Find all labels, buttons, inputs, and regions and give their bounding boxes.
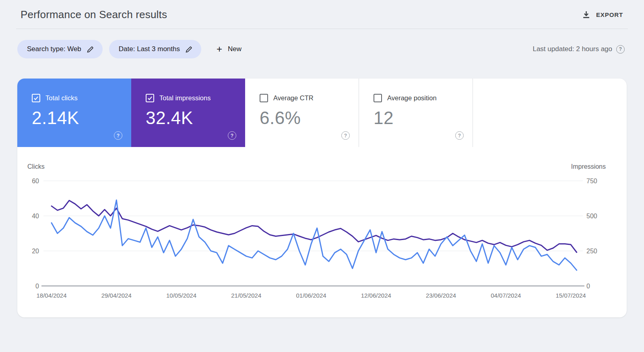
svg-text:500: 500 [586, 213, 597, 219]
metric-value: 2.14K [32, 108, 131, 128]
performance-chart[interactable]: 00202504050060750ClicksImpressions18/04/… [17, 159, 627, 316]
metric-value: 32.4K [146, 108, 245, 128]
svg-text:15/07/2024: 15/07/2024 [556, 292, 586, 299]
svg-text:29/04/2024: 29/04/2024 [101, 292, 132, 299]
svg-text:0: 0 [586, 283, 590, 290]
pencil-icon [87, 46, 94, 53]
search-type-chip-label: Search type: Web [27, 45, 81, 53]
metric-card-total-clicks[interactable]: Total clicks 2.14K ? [17, 79, 131, 147]
search-type-chip[interactable]: Search type: Web [17, 40, 103, 58]
metric-cards: Total clicks 2.14K ? Total impressions 3… [17, 79, 627, 147]
checkbox-unchecked-icon[interactable] [374, 94, 382, 102]
export-button[interactable]: EXPORT [580, 8, 625, 21]
checkbox-checked-icon[interactable] [146, 94, 154, 102]
new-filter-button[interactable]: + New [212, 41, 246, 57]
date-range-chip-label: Date: Last 3 months [119, 45, 180, 53]
svg-text:01/06/2024: 01/06/2024 [296, 292, 326, 299]
last-updated-text: Last updated: 2 hours ago [533, 45, 612, 53]
checkbox-unchecked-icon[interactable] [260, 94, 268, 102]
svg-text:23/06/2024: 23/06/2024 [426, 292, 456, 299]
performance-panel: Total clicks 2.14K ? Total impressions 3… [17, 79, 627, 317]
svg-text:04/07/2024: 04/07/2024 [491, 292, 521, 299]
filter-row: Search type: Web Date: Last 3 months + N… [0, 29, 644, 58]
svg-text:250: 250 [586, 248, 597, 255]
svg-text:Impressions: Impressions [571, 163, 606, 170]
download-icon [582, 10, 590, 19]
svg-text:10/05/2024: 10/05/2024 [166, 292, 196, 299]
line-chart-svg[interactable]: 00202504050060750ClicksImpressions18/04/… [17, 159, 627, 316]
help-icon[interactable]: ? [616, 45, 625, 54]
help-icon[interactable]: ? [114, 131, 122, 140]
svg-text:20: 20 [32, 248, 39, 255]
plus-icon: + [217, 44, 222, 54]
svg-text:0: 0 [35, 283, 39, 290]
export-label: EXPORT [596, 11, 623, 18]
svg-text:21/05/2024: 21/05/2024 [231, 292, 261, 299]
metric-label: Total impressions [159, 94, 211, 102]
page-title: Performance on Search results [21, 8, 167, 21]
svg-text:12/06/2024: 12/06/2024 [361, 292, 391, 299]
svg-text:Clicks: Clicks [27, 163, 45, 170]
svg-text:750: 750 [586, 178, 597, 184]
metric-card-average-position[interactable]: Average position 12 ? [359, 79, 473, 147]
last-updated: Last updated: 2 hours ago ? [533, 45, 625, 54]
checkbox-checked-icon[interactable] [32, 94, 40, 102]
help-icon[interactable]: ? [341, 131, 350, 140]
metric-label: Average CTR [273, 94, 314, 102]
new-filter-label: New [228, 45, 242, 53]
pencil-icon [186, 46, 192, 53]
metric-value: 12 [374, 108, 473, 128]
top-bar: Performance on Search results EXPORT [0, 0, 644, 29]
metric-label: Total clicks [45, 94, 78, 102]
date-range-chip[interactable]: Date: Last 3 months [109, 40, 201, 58]
svg-text:40: 40 [32, 213, 39, 219]
metric-label: Average position [387, 94, 437, 102]
svg-text:60: 60 [32, 178, 39, 184]
metric-card-average-ctr[interactable]: Average CTR 6.6% ? [245, 79, 359, 147]
help-icon[interactable]: ? [228, 131, 236, 140]
help-icon[interactable]: ? [455, 131, 464, 140]
metric-card-total-impressions[interactable]: Total impressions 32.4K ? [131, 79, 245, 147]
svg-text:18/04/2024: 18/04/2024 [36, 292, 66, 299]
metric-value: 6.6% [260, 108, 359, 128]
